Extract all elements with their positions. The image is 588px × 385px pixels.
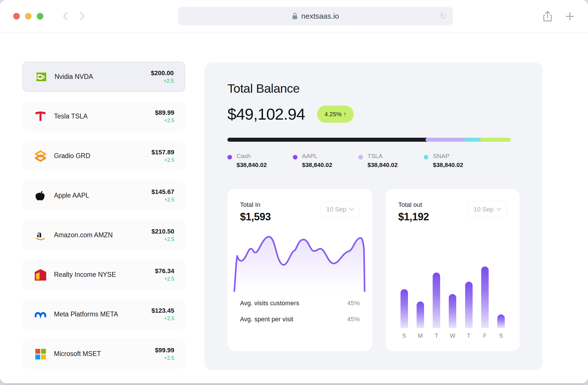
stat-value: 45% — [347, 316, 360, 323]
legend-dot — [358, 155, 363, 160]
page-title: Total Balance — [227, 81, 520, 96]
realty-income-logo-icon — [34, 268, 47, 281]
url-text: nextsaas.io — [301, 12, 339, 21]
bar-label: M — [418, 332, 423, 339]
allocation-segment-snap — [480, 138, 511, 142]
stat-row: Avg. visits customers 45% — [240, 295, 360, 311]
stock-row-gradio[interactable]: Gradio GRD $157.89 +2.5 — [22, 141, 185, 171]
svg-text:a: a — [37, 229, 42, 239]
legend-item-cash: Cash $38,840.02 — [227, 153, 293, 168]
zoom-window-button[interactable] — [37, 13, 43, 20]
stat-label: Avg. visits customers — [240, 300, 299, 307]
stock-name: Tesla TSLA — [54, 112, 88, 120]
new-tab-icon[interactable] — [565, 11, 575, 21]
bar-label: T — [435, 332, 438, 339]
stock-change: +2.5 — [155, 355, 174, 361]
microsoft-logo-icon — [34, 347, 47, 361]
legend-value: $38,840.02 — [237, 162, 267, 168]
total-in-amount: $1,593 — [240, 211, 271, 223]
total-out-card: Total out $1,192 10 Sep S — [386, 189, 520, 351]
stock-name: Gradio GRD — [54, 152, 90, 160]
allocation-segment-aapl — [425, 138, 468, 142]
period-value: 10 Sep — [473, 206, 494, 213]
bar — [417, 302, 424, 328]
stock-row-nvidia[interactable]: Nvidia NVDA $200.00 +2.5 — [22, 62, 185, 92]
legend-label: SNAP — [433, 153, 463, 160]
dashboard-page: Nvidia NVDA $200.00 +2.5 Tesla TSLA $89.… — [0, 33, 588, 383]
stock-change: +2.5 — [151, 78, 174, 84]
stock-row-tesla[interactable]: Tesla TSLA $89.99 +2.5 — [22, 101, 185, 131]
stock-price: $123.45 — [151, 307, 174, 314]
bar-label: S — [499, 332, 503, 339]
address-bar[interactable]: nextsaas.io ↻ — [178, 7, 453, 25]
total-in-stats: Avg. visits customers 45% Avg. spent per… — [240, 295, 360, 327]
chevron-down-icon — [349, 208, 354, 211]
bar — [433, 273, 440, 328]
stock-change: +2.5 — [151, 236, 174, 242]
legend-value: $38,840.02 — [368, 162, 398, 168]
stock-name: Realty Income NYSE — [54, 271, 116, 279]
bar — [465, 282, 473, 328]
stock-row-amazon[interactable]: a Amazon.com AMZN $210.50 +2.5 — [22, 220, 185, 250]
bar-column: T — [465, 267, 473, 339]
meta-logo-icon — [34, 308, 47, 321]
apple-logo-icon — [34, 189, 47, 202]
stock-row-realty-income[interactable]: Realty Income NYSE $76.34 +2.5 — [22, 260, 185, 290]
stock-price: $210.50 — [151, 228, 174, 235]
allocation-segment-cash — [227, 138, 429, 142]
share-icon[interactable] — [543, 10, 552, 22]
legend-item-tsla: TSLA $38,840.02 — [358, 153, 424, 168]
stock-change: +2.5 — [151, 157, 174, 163]
bar — [497, 314, 505, 328]
stock-name: Apple AAPL — [54, 192, 89, 199]
stock-price: $145.67 — [151, 188, 174, 196]
amazon-logo-icon: a — [34, 229, 47, 242]
browser-toolbar: nextsaas.io ↻ — [0, 0, 588, 32]
legend-value: $38,840.02 — [302, 162, 332, 168]
stock-change: +2.5 — [151, 197, 174, 203]
stock-row-apple[interactable]: Apple AAPL $145.67 +2.5 — [22, 180, 185, 211]
stat-value: 45% — [347, 300, 360, 307]
bar-column: F — [481, 267, 489, 339]
legend-item-snap: SNAP $38,840.02 — [424, 153, 489, 168]
nvidia-logo-icon — [34, 70, 48, 83]
reload-icon[interactable]: ↻ — [440, 11, 447, 21]
bar-column: S — [497, 267, 505, 339]
stock-name: Amazon.com AMZN — [54, 231, 113, 239]
stock-watchlist: Nvidia NVDA $200.00 +2.5 Tesla TSLA $89.… — [22, 62, 185, 369]
stock-name: Microsoft MSET — [54, 350, 101, 358]
stock-price: $99.99 — [155, 347, 174, 354]
period-value: 10 Sep — [326, 206, 346, 213]
browser-window: nextsaas.io ↻ Nvidia NVDA $200.00 +2.5 — [0, 0, 588, 383]
total-out-bar-chart: S M T W — [398, 267, 507, 339]
close-window-button[interactable] — [13, 13, 20, 20]
bar — [481, 267, 489, 328]
total-balance-amount: $49,102.94 — [227, 105, 305, 123]
forward-icon[interactable] — [78, 10, 86, 22]
bar-label: T — [467, 332, 471, 339]
total-balance-panel: Total Balance $49,102.94 4.25% ↑ Cash $3… — [204, 63, 543, 370]
total-out-period-dropdown[interactable]: 10 Sep — [468, 201, 507, 217]
bar — [401, 289, 408, 328]
stock-price: $157.89 — [151, 149, 174, 156]
bar-label: F — [483, 332, 487, 339]
bar-label: W — [450, 332, 455, 339]
legend-dot — [293, 155, 297, 160]
lock-icon — [292, 12, 298, 20]
stock-row-meta[interactable]: Meta Platforms META $123.45 +2.5 — [22, 299, 185, 329]
legend-dot — [424, 155, 428, 160]
bar-column: T — [432, 267, 441, 339]
total-in-period-dropdown[interactable]: 10 Sep — [321, 201, 360, 217]
chevron-down-icon — [496, 208, 502, 211]
minimize-window-button[interactable] — [25, 13, 32, 20]
balance-change-badge: 4.25% ↑ — [317, 106, 354, 123]
bar-label: S — [402, 332, 406, 339]
stock-row-microsoft[interactable]: Microsoft MSET $99.99 +2.5 — [22, 339, 185, 369]
back-icon[interactable] — [61, 10, 70, 22]
allocation-legend: Cash $38,840.02 AAPL $38,840.02 TSLA $38… — [227, 153, 520, 168]
legend-label: AAPL — [302, 153, 332, 160]
stock-price: $76.34 — [155, 267, 174, 275]
stock-change: +2.5 — [155, 276, 174, 282]
stock-name: Meta Platforms META — [54, 310, 118, 318]
legend-item-aapl: AAPL $38,840.02 — [293, 153, 358, 168]
